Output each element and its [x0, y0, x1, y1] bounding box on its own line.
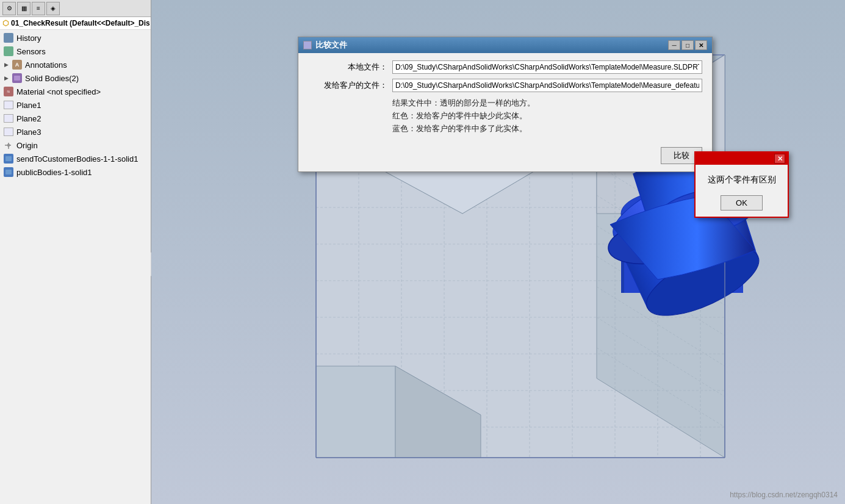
info-line3: 蓝色：发给客户的零件中多了此实体。	[392, 123, 702, 135]
sidebar-item-material[interactable]: ≈ Material <not specified>	[0, 85, 151, 98]
solid-bodies-label: Solid Bodies(2)	[25, 74, 79, 83]
history-label: History	[16, 34, 41, 43]
origin-label: Origin	[16, 141, 38, 150]
sidebar-item-sensors[interactable]: Sensors	[0, 45, 151, 58]
feature-tree: History Sensors ▶ A Annotations ▶	[0, 30, 151, 504]
public-body-label: publicBodies-1-solid1	[16, 168, 92, 177]
annotations-label: Annotations	[25, 60, 67, 70]
root-icon: ⬡	[2, 19, 9, 27]
solid-bodies-arrow: ▶	[2, 74, 10, 82]
material-icon: ≈	[2, 86, 15, 97]
compare-dialog-content: 本地文件： 发给客户的文件： 结果文件中：透明的部分是一样的地方。 红色：发给客…	[298, 53, 712, 142]
plane1-label: Plane1	[16, 101, 41, 110]
compare-dialog-icon	[303, 41, 312, 49]
sidebar-item-origin[interactable]: Origin	[0, 139, 151, 152]
sidebar-item-send-body[interactable]: sendToCustomerBodies-1-1-solid1	[0, 152, 151, 165]
toolbar-btn-3[interactable]: ≡	[32, 2, 45, 15]
compare-dialog-info: 结果文件中：透明的部分是一样的地方。 红色：发给客户的零件中缺少此实体。 蓝色：…	[392, 97, 702, 135]
plane1-icon	[2, 99, 15, 110]
toolbar-btn-4[interactable]: ◈	[46, 2, 60, 15]
sidebar-item-plane3[interactable]: Plane3	[0, 125, 151, 139]
diff-message: 这两个零件有区别	[703, 175, 780, 185]
compare-dialog-maximize[interactable]: □	[681, 40, 694, 50]
diff-dialog-content: 这两个零件有区别 OK	[696, 165, 788, 217]
toolbar-btn-1[interactable]: ⚙	[2, 2, 16, 15]
local-file-label: 本地文件：	[308, 62, 387, 73]
compare-dialog-titlebar[interactable]: 比较文件 ─ □ ✕	[298, 37, 712, 53]
sidebar-item-solid-bodies[interactable]: ▶ Solid Bodies(2)	[0, 71, 151, 85]
compare-dialog-footer: 比较	[298, 142, 712, 171]
solid-bodies-icon	[11, 73, 23, 84]
sidebar: ⚙ ▦ ≡ ◈ ⬡ 01_CheckResult (Default<<Defau…	[0, 0, 151, 504]
root-label: 01_CheckResult (Default<<Default>_Dis	[11, 19, 150, 27]
compare-file-dialog: 比较文件 ─ □ ✕ 本地文件： 发给客户的文件： 结果文件中：透明的部分是一样…	[298, 37, 713, 172]
send-body-icon	[2, 153, 15, 164]
local-file-input[interactable]	[392, 60, 702, 74]
send-body-label: sendToCustomerBodies-1-1-solid1	[16, 154, 138, 164]
plane3-label: Plane3	[16, 128, 41, 137]
customer-file-row: 发给客户的文件：	[308, 79, 702, 92]
annotations-arrow: ▶	[2, 61, 10, 68]
plane2-icon	[2, 113, 15, 124]
toolbar-btn-2[interactable]: ▦	[17, 2, 31, 15]
compare-dialog-minimize[interactable]: ─	[668, 40, 680, 50]
sensors-icon	[2, 46, 15, 57]
history-icon	[2, 32, 15, 43]
local-file-row: 本地文件：	[308, 60, 702, 74]
sidebar-item-plane1[interactable]: Plane1	[0, 98, 151, 112]
customer-file-input[interactable]	[392, 79, 702, 92]
customer-file-label: 发给客户的文件：	[308, 80, 387, 91]
sidebar-item-plane2[interactable]: Plane2	[0, 112, 151, 125]
watermark: https://blog.csdn.net/zengqh0314	[730, 491, 838, 499]
info-line2: 红色：发给客户的零件中缺少此实体。	[392, 110, 702, 123]
svg-marker-36	[316, 366, 395, 458]
compare-dialog-close[interactable]: ✕	[695, 40, 707, 50]
plane3-icon	[2, 126, 15, 137]
annotations-icon: A	[11, 59, 23, 70]
sensors-label: Sensors	[16, 47, 46, 56]
sidebar-item-annotations[interactable]: ▶ A Annotations	[0, 58, 151, 71]
compare-dialog-title: 比较文件	[315, 40, 347, 51]
public-body-icon	[2, 167, 15, 178]
diff-dialog-close[interactable]: ✕	[774, 154, 785, 164]
diff-ok-button[interactable]: OK	[721, 195, 763, 211]
material-label: Material <not specified>	[16, 87, 101, 96]
diff-dialog: ✕ 这两个零件有区别 OK	[694, 151, 789, 218]
compare-dialog-win-buttons: ─ □ ✕	[668, 40, 707, 50]
info-line1: 结果文件中：透明的部分是一样的地方。	[392, 97, 702, 110]
origin-icon	[2, 140, 15, 151]
tree-root-item[interactable]: ⬡ 01_CheckResult (Default<<Default>_Dis	[0, 17, 151, 30]
plane2-label: Plane2	[16, 114, 41, 123]
sidebar-item-history[interactable]: History	[0, 31, 151, 45]
sidebar-toolbar: ⚙ ▦ ≡ ◈	[0, 0, 151, 17]
diff-dialog-titlebar: ✕	[696, 153, 788, 165]
sidebar-item-public-body[interactable]: publicBodies-1-solid1	[0, 165, 151, 179]
